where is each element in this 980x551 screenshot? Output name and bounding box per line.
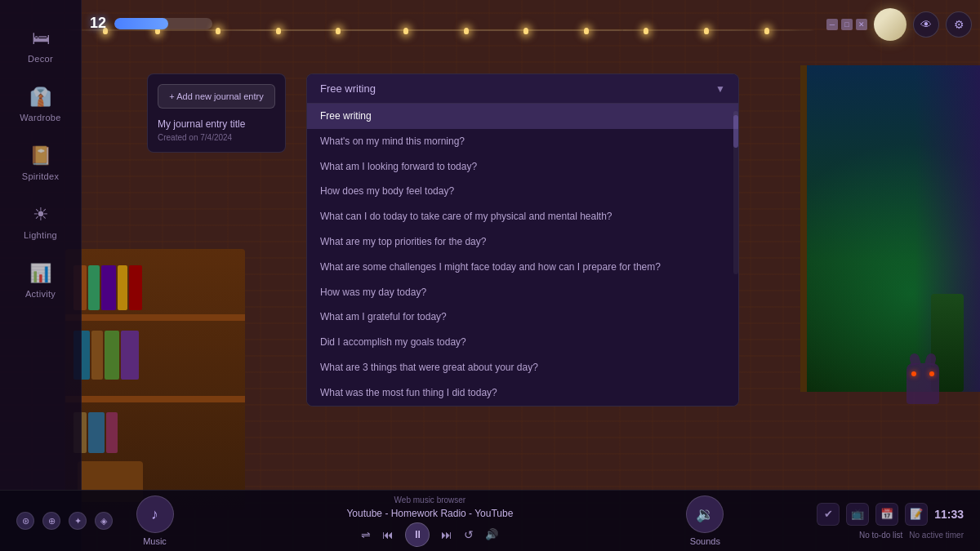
journal-panel: + Add new journal entry My journal entry…	[147, 73, 286, 153]
prompt-option-6[interactable]: What are some challenges I might face to…	[307, 255, 738, 280]
social-icons: ⊛ ⊕ ✦ ◈	[16, 512, 113, 530]
level-progress-fill	[114, 18, 168, 29]
sounds-button[interactable]: 🔉 Sounds	[683, 495, 728, 546]
twitter-icon[interactable]: ✦	[69, 512, 87, 530]
timer-status: No active timer	[909, 531, 964, 540]
discord-icon[interactable]: ⊕	[42, 512, 60, 530]
sidebar: 🛏 Decor 👔 Wardrobe 📔 Spiritdex ☀ Lightin…	[0, 0, 82, 551]
level-number: 12	[90, 15, 106, 32]
shuffle-button[interactable]: ⇌	[361, 528, 371, 541]
add-journal-entry-button[interactable]: + Add new journal entry	[158, 84, 275, 109]
journal-entry-title: My journal entry title	[158, 118, 275, 130]
repeat-button[interactable]: ↺	[464, 528, 474, 541]
media-source-label: Web music browser	[394, 495, 466, 504]
prompt-option-9[interactable]: Did I accomplish my goals today?	[307, 330, 738, 355]
window-right	[800, 65, 980, 392]
media-player: Web music browser Youtube - Homework Rad…	[266, 495, 593, 547]
media-title-label: Youtube - Homework Radio - YouTube	[346, 508, 513, 519]
volume-icon[interactable]: 🔊	[485, 528, 498, 540]
prompt-options-list: Free writingWhat's on my mind this morni…	[307, 104, 738, 406]
prompt-option-7[interactable]: How was my day today?	[307, 280, 738, 305]
minimize-button[interactable]: ─	[826, 19, 838, 30]
bottom-right-row-status: No to-do list No active timer	[859, 531, 964, 540]
prompt-option-8[interactable]: What am I grateful for today?	[307, 304, 738, 330]
scroll-thumb	[733, 115, 738, 148]
todo-icon[interactable]: ✔	[817, 503, 840, 526]
level-progress-bar	[114, 18, 212, 29]
instagram-icon[interactable]: ◈	[95, 512, 113, 530]
prompt-selected-label: Free writing	[320, 82, 376, 95]
media-controls: ⇌ ⏮ ⏸ ⏭ ↺ 🔊	[361, 522, 498, 547]
lighting-icon: ☀	[33, 204, 49, 225]
taskbar: ⊛ ⊕ ✦ ◈ ♪ Music Web music browser Youtub…	[0, 490, 980, 551]
prompt-option-1[interactable]: What's on my mind this morning?	[307, 129, 738, 154]
settings-button[interactable]: ⚙	[946, 11, 972, 38]
level-bar: 12	[90, 15, 212, 32]
maximize-button[interactable]: □	[841, 19, 853, 30]
sidebar-item-activity-label: Activity	[25, 289, 56, 299]
prompt-panel: Free writing ▼ Free writingWhat's on my …	[306, 73, 739, 407]
journal-icon[interactable]: 📝	[905, 503, 928, 526]
prompt-option-10[interactable]: What are 3 things that were great about …	[307, 355, 738, 380]
wardrobe-icon: 👔	[29, 87, 51, 108]
close-button[interactable]: ✕	[856, 19, 867, 30]
sounds-label: Sounds	[690, 536, 720, 546]
sidebar-item-lighting[interactable]: ☀ Lighting	[0, 193, 81, 251]
music-label: Music	[143, 536, 167, 546]
prompt-option-5[interactable]: What are my top priorities for the day?	[307, 229, 738, 255]
prompt-option-3[interactable]: How does my body feel today?	[307, 179, 738, 204]
prompt-dropdown[interactable]: Free writing ▼	[307, 74, 738, 104]
next-button[interactable]: ⏭	[441, 528, 452, 541]
todo-status: No to-do list	[859, 531, 902, 540]
moon-icon	[874, 8, 906, 41]
spiritdex-icon: 📔	[29, 145, 51, 167]
sidebar-item-lighting-label: Lighting	[24, 230, 57, 240]
bookshelf	[65, 249, 245, 510]
journal-entry-date: Created on 7/4/2024	[158, 133, 275, 142]
prompt-option-11[interactable]: What was the most fun thing I did today?	[307, 380, 738, 406]
music-button[interactable]: ♪ Music	[132, 495, 177, 546]
sidebar-item-spiritdex-label: Spiritdex	[22, 171, 60, 181]
bottom-right-row-icons: ✔ 📺 📅 📝 11:33	[817, 503, 964, 526]
scroll-indicator[interactable]	[733, 111, 738, 274]
top-right-controls: ─ □ ✕ 👁 ⚙	[826, 8, 972, 41]
sidebar-item-wardrobe-label: Wardrobe	[20, 113, 60, 122]
music-icon: ♪	[136, 495, 174, 533]
bottom-right-section: ✔ 📺 📅 📝 11:33 No to-do list No active ti…	[817, 503, 964, 540]
previous-button[interactable]: ⏮	[382, 528, 394, 541]
sidebar-item-activity[interactable]: 📊 Activity	[0, 251, 81, 310]
cat-figure	[898, 363, 947, 429]
prompt-option-2[interactable]: What am I looking forward to today?	[307, 154, 738, 180]
eye-button[interactable]: 👁	[913, 11, 939, 38]
chevron-down-icon: ▼	[715, 83, 725, 95]
sidebar-item-decor-label: Decor	[28, 54, 53, 64]
sounds-icon: 🔉	[686, 495, 724, 533]
calendar-icon[interactable]: 📅	[875, 503, 898, 526]
sidebar-item-spiritdex[interactable]: 📔 Spiritdex	[0, 134, 81, 193]
tv-icon[interactable]: 📺	[846, 503, 869, 526]
sidebar-item-decor[interactable]: 🛏 Decor	[0, 16, 81, 75]
prompt-option-4[interactable]: What can I do today to take care of my p…	[307, 204, 738, 229]
sidebar-item-wardrobe[interactable]: 👔 Wardrobe	[0, 75, 81, 134]
play-pause-button[interactable]: ⏸	[405, 522, 430, 547]
decor-icon: 🛏	[32, 28, 50, 49]
prompt-option-0[interactable]: Free writing	[307, 104, 738, 129]
activity-icon: 📊	[29, 263, 51, 284]
clock-display: 11:33	[934, 508, 964, 521]
steam-icon[interactable]: ⊛	[16, 512, 34, 530]
window-controls: ─ □ ✕	[826, 19, 867, 30]
